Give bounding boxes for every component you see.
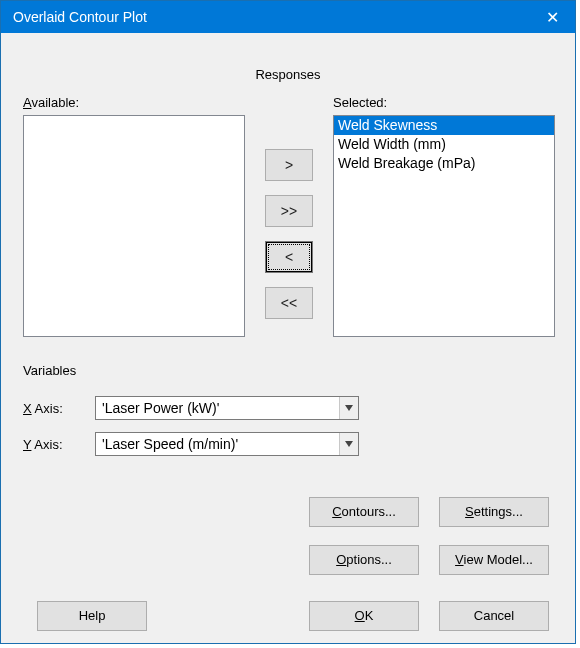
settings-button[interactable]: Settings... <box>439 497 549 527</box>
move-all-right-button[interactable]: >> <box>265 195 313 227</box>
y-axis-label: Y Axis: <box>23 437 63 452</box>
ok-button[interactable]: OK <box>309 601 419 631</box>
list-item[interactable]: Weld Skewness <box>334 116 554 135</box>
list-item[interactable]: Weld Width (mm) <box>334 135 554 154</box>
close-icon: ✕ <box>546 8 559 27</box>
move-all-left-button[interactable]: << <box>265 287 313 319</box>
cancel-button[interactable]: Cancel <box>439 601 549 631</box>
dialog-window: Overlaid Contour Plot ✕ Responses Availa… <box>0 0 576 644</box>
window-title: Overlaid Contour Plot <box>13 9 529 25</box>
x-axis-label: X Axis: <box>23 401 63 416</box>
options-button[interactable]: Options... <box>309 545 419 575</box>
move-right-button[interactable]: > <box>265 149 313 181</box>
x-axis-combobox[interactable]: 'Laser Power (kW)' <box>95 396 359 420</box>
y-axis-combobox[interactable]: 'Laser Speed (m/min)' <box>95 432 359 456</box>
selected-label: Selected: <box>333 95 387 110</box>
dialog-body: Responses Available: Selected: Weld Skew… <box>1 33 575 643</box>
list-item[interactable]: Weld Breakage (mPa) <box>334 154 554 173</box>
move-left-button[interactable]: < <box>265 241 313 273</box>
variables-heading: Variables <box>23 363 76 378</box>
view-model-button[interactable]: View Model... <box>439 545 549 575</box>
responses-heading: Responses <box>1 67 575 82</box>
available-label: Available: <box>23 95 79 110</box>
available-listbox[interactable] <box>23 115 245 337</box>
x-axis-value: 'Laser Power (kW)' <box>96 400 339 416</box>
close-button[interactable]: ✕ <box>529 1 575 33</box>
contours-button[interactable]: Contours... <box>309 497 419 527</box>
y-axis-value: 'Laser Speed (m/min)' <box>96 436 339 452</box>
help-button[interactable]: Help <box>37 601 147 631</box>
selected-listbox[interactable]: Weld SkewnessWeld Width (mm)Weld Breakag… <box>333 115 555 337</box>
chevron-down-icon <box>339 433 358 455</box>
titlebar: Overlaid Contour Plot ✕ <box>1 1 575 33</box>
chevron-down-icon <box>339 397 358 419</box>
